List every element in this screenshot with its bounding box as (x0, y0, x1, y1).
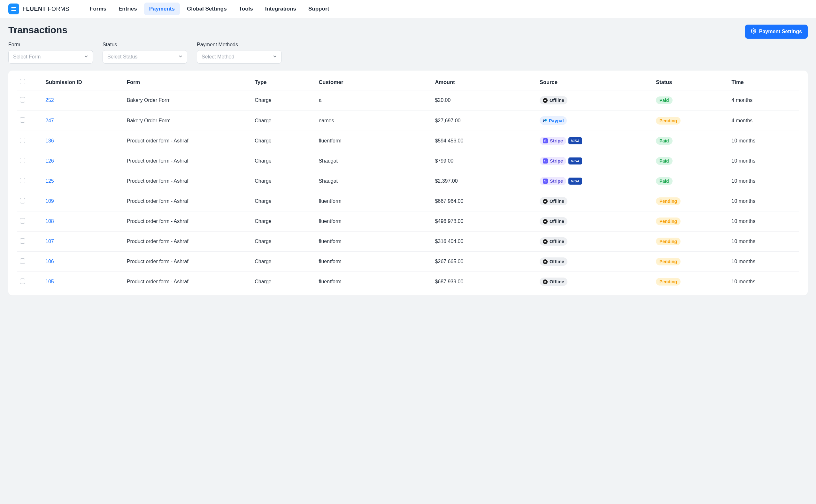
source-chips: Offline (540, 278, 651, 286)
chevron-down-icon (178, 54, 183, 60)
table-row: 106Product order form - AshrafChargeflue… (17, 252, 799, 272)
offline-icon (543, 98, 548, 103)
col-header-id: Submission ID (43, 73, 124, 90)
cell-customer: fluentform (316, 191, 432, 211)
cell-status: Paid (653, 131, 729, 151)
cell-amount: $594,456.00 (432, 131, 537, 151)
main-nav: FormsEntriesPaymentsGlobal SettingsTools… (85, 3, 334, 15)
cell-form: Bakery Order Form (124, 90, 252, 111)
submission-id-link[interactable]: 106 (45, 259, 54, 264)
cell-source: Offline (537, 191, 653, 211)
status-pill-paid: Paid (656, 96, 673, 104)
source-label: Offline (550, 199, 564, 204)
cell-status: Pending (653, 232, 729, 252)
source-chips: SStripeVISA (540, 137, 651, 145)
cell-type: Charge (252, 211, 316, 232)
source-offline-chip: Offline (540, 257, 568, 266)
offline-icon (543, 219, 548, 224)
filter-method-label: Payment Methods (197, 42, 281, 48)
cell-form: Product order form - Ashraf (124, 131, 252, 151)
row-checkbox[interactable] (20, 218, 25, 224)
submission-id-link[interactable]: 105 (45, 279, 54, 284)
brand-logo[interactable]: FLUENT FORMS (8, 4, 69, 14)
nav-item-global-settings[interactable]: Global Settings (182, 3, 232, 15)
source-stripe-chip: SStripe (540, 137, 566, 145)
filter-method-select[interactable]: Select Method (197, 50, 281, 64)
cell-amount: $2,397.00 (432, 171, 537, 191)
submission-id-link[interactable]: 125 (45, 178, 54, 184)
table-row: 252Bakery Order FormChargea$20.00Offline… (17, 90, 799, 111)
row-checkbox[interactable] (20, 238, 25, 244)
select-all-checkbox[interactable] (20, 79, 25, 84)
row-checkbox[interactable] (20, 198, 25, 203)
status-pill-pending: Pending (656, 117, 681, 125)
cell-source: Offline (537, 211, 653, 232)
cell-source: Offline (537, 232, 653, 252)
cell-source: Offline (537, 90, 653, 111)
cell-type: Charge (252, 272, 316, 292)
row-checkbox[interactable] (20, 138, 25, 143)
visa-badge: VISA (568, 178, 582, 185)
source-label: Offline (550, 239, 564, 244)
cell-source: PPPaypal (537, 111, 653, 131)
cell-form: Product order form - Ashraf (124, 171, 252, 191)
submission-id-link[interactable]: 108 (45, 218, 54, 224)
nav-item-integrations[interactable]: Integrations (260, 3, 301, 15)
cell-time: 10 months (729, 232, 799, 252)
cell-customer: a (316, 90, 432, 111)
source-chips: Offline (540, 96, 651, 104)
filter-form-select[interactable]: Select Form (8, 50, 93, 64)
source-chips: Offline (540, 237, 651, 246)
cell-time: 4 months (729, 111, 799, 131)
row-checkbox[interactable] (20, 97, 25, 103)
offline-icon (543, 279, 548, 284)
source-label: Stripe (550, 158, 563, 164)
col-header-time: Time (729, 73, 799, 90)
nav-item-entries[interactable]: Entries (113, 3, 142, 15)
cell-status: Paid (653, 151, 729, 171)
submission-id-link[interactable]: 252 (45, 97, 54, 103)
source-paypal-chip: PPPaypal (540, 116, 567, 125)
transactions-table-card: Submission ID Form Type Customer Amount … (8, 71, 808, 295)
cell-time: 10 months (729, 131, 799, 151)
col-header-status: Status (653, 73, 729, 90)
visa-badge: VISA (568, 157, 582, 164)
filter-status-select[interactable]: Select Status (103, 50, 187, 64)
submission-id-link[interactable]: 247 (45, 118, 54, 123)
nav-item-support[interactable]: Support (303, 3, 334, 15)
submission-id-link[interactable]: 107 (45, 239, 54, 244)
submission-id-link[interactable]: 109 (45, 198, 54, 204)
col-header-type: Type (252, 73, 316, 90)
cell-source: SStripeVISA (537, 131, 653, 151)
table-row: 126Product order form - AshrafChargeShau… (17, 151, 799, 171)
cell-status: Pending (653, 191, 729, 211)
row-checkbox[interactable] (20, 258, 25, 264)
row-checkbox[interactable] (20, 178, 25, 183)
table-row: 109Product order form - AshrafChargeflue… (17, 191, 799, 211)
row-checkbox[interactable] (20, 117, 25, 123)
gear-icon (751, 28, 757, 35)
submission-id-link[interactable]: 126 (45, 158, 54, 164)
row-checkbox[interactable] (20, 158, 25, 163)
cell-amount: $496,978.00 (432, 211, 537, 232)
source-offline-chip: Offline (540, 278, 568, 286)
brand-mark-icon (8, 4, 19, 14)
status-pill-pending: Pending (656, 258, 681, 265)
cell-customer: Shaugat (316, 151, 432, 171)
filters: Form Select Form Status Select Status Pa… (8, 42, 808, 64)
cell-customer: fluentform (316, 232, 432, 252)
submission-id-link[interactable]: 136 (45, 138, 54, 143)
source-chips: SStripeVISA (540, 157, 651, 165)
cell-form: Product order form - Ashraf (124, 252, 252, 272)
payment-settings-button[interactable]: Payment Settings (745, 25, 808, 39)
cell-type: Charge (252, 191, 316, 211)
nav-item-payments[interactable]: Payments (144, 3, 180, 15)
chevron-down-icon (272, 54, 277, 60)
cell-form: Bakery Order Form (124, 111, 252, 131)
nav-item-forms[interactable]: Forms (85, 3, 111, 15)
cell-customer: fluentform (316, 252, 432, 272)
source-label: Offline (550, 98, 564, 103)
nav-item-tools[interactable]: Tools (234, 3, 258, 15)
row-checkbox[interactable] (20, 279, 25, 284)
col-header-source: Source (537, 73, 653, 90)
